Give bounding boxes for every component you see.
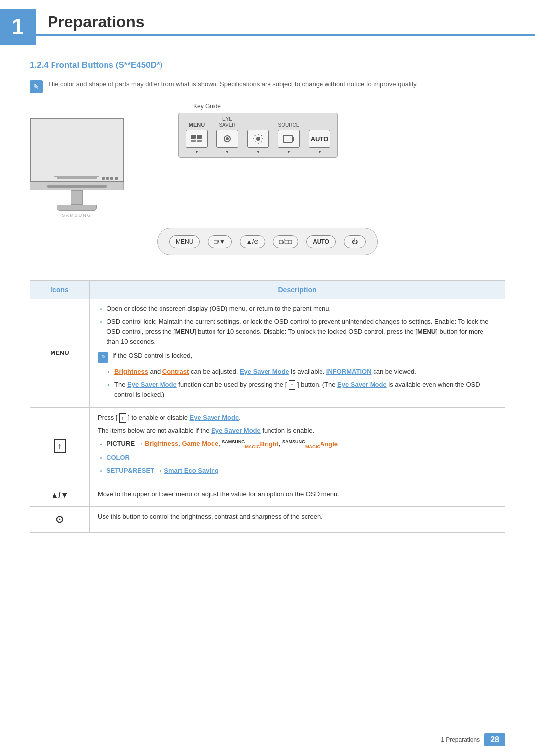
menu-desc-list: Open or close the onscreen display (OSD)… <box>98 304 497 347</box>
monitor-brand-label: SAMSUNG <box>30 213 124 218</box>
footer-page-number: 28 <box>484 733 505 746</box>
icon-cell-menu: MENU <box>30 299 90 408</box>
table-note-osd: If the OSD control is locked, <box>98 351 497 363</box>
svg-rect-15 <box>283 135 292 142</box>
kg-item-source: SOURCE ▼ <box>278 122 300 154</box>
osd-locked-item-1: Brightness and Contrast can be adjusted.… <box>114 367 497 377</box>
icon-cell-updown: ▲/▼ <box>30 484 90 507</box>
note-icon <box>30 80 43 93</box>
samsung-magic-sup-1: SAMSUNG <box>222 439 245 444</box>
kg-brightness-label <box>258 122 259 128</box>
monitor-drawing: SAMSUNG <box>30 118 124 218</box>
eye-saver-link-2: Eye Saver Mode <box>127 381 177 388</box>
svg-line-14 <box>255 142 256 143</box>
eye-saver-link-3: Eye Saver Mode <box>337 381 387 388</box>
page-footer: 1 Preparations 28 <box>441 733 505 746</box>
eye-saver-item-setup: SETUP&RESET → Smart Eco Saving <box>107 466 497 476</box>
table-header-icons: Icons <box>30 281 90 299</box>
note-text: The color and shape of parts may differ … <box>48 79 418 89</box>
svg-line-11 <box>255 135 256 136</box>
game-mode-link: Game Mode <box>182 440 218 448</box>
samsung-magic-sup-2: SAMSUNG <box>282 439 305 444</box>
magic-angle-link: MAGICAngle <box>305 440 338 448</box>
desc-cell-circle: Use this button to control the brightnes… <box>90 507 505 533</box>
key-guide-wrapper: MENU ▼ EYESAVER <box>144 113 338 160</box>
eye-saver-desc-2: The items below are not available if the… <box>98 426 497 436</box>
fb-auto: AUTO <box>306 235 336 248</box>
updown-icon: ▲/▼ <box>51 491 68 499</box>
chapter-banner: 1 Preparations <box>0 0 535 45</box>
kg-source-arrow: ▼ <box>286 149 291 154</box>
desc-cell-updown: Move to the upper or lower menu or adjus… <box>90 484 505 507</box>
kg-menu-arrow: ▼ <box>194 149 199 154</box>
main-content: 1.2.4 Frontal Buttons (S**E450D*) The co… <box>0 60 535 562</box>
chapter-title: Preparations <box>48 13 145 31</box>
svg-line-13 <box>261 135 262 136</box>
front-buttons-strip: MENU □/▼ ▲/⊙ □/□□ AUTO ⏻ <box>157 228 378 255</box>
eye-saver-items-list: PICTURE → Brightness, Game Mode, SAMSUNG… <box>98 439 497 476</box>
dashed-connectors <box>144 121 173 160</box>
chapter-title-area: Preparations <box>36 9 535 36</box>
table-note-icon <box>98 352 108 363</box>
monitor-stand-neck <box>71 190 83 205</box>
circle-desc: Use this button to control the brightnes… <box>98 512 497 522</box>
monitor-screen <box>30 118 124 182</box>
eye-saver-icon: ↑ <box>54 439 66 453</box>
menu-desc-item-2: OSD control lock: Maintain the current s… <box>107 317 497 347</box>
circle-icon: ⊙ <box>55 514 64 525</box>
svg-rect-1 <box>197 135 202 139</box>
eye-saver-mode-bold-2: Eye Saver Mode <box>211 427 261 434</box>
kg-button-menu <box>186 130 208 148</box>
kg-source-label: SOURCE <box>278 122 300 128</box>
kg-item-menu: MENU ▼ <box>186 122 208 154</box>
fb-menu: MENU <box>169 235 200 248</box>
svg-rect-0 <box>191 135 196 139</box>
kg-button-auto: AUTO <box>309 130 330 148</box>
fb-square-down: □/▼ <box>208 235 231 248</box>
kg-auto-label <box>319 122 321 128</box>
eye-saver-mode-bold: Eye Saver Mode <box>190 414 239 421</box>
kg-item-brightness: ▼ <box>247 122 269 154</box>
eye-saver-item-color: COLOR <box>107 453 497 463</box>
note-box: The color and shape of parts may differ … <box>30 79 505 93</box>
icon-cell-circle: ⊙ <box>30 507 90 533</box>
information-link: INFORMATION <box>326 368 372 375</box>
table-row-circle: ⊙ Use this button to control the brightn… <box>30 507 505 533</box>
desc-cell-menu: Open or close the onscreen display (OSD)… <box>90 299 505 408</box>
illustration-area: SAMSUNG Key Guide MENU <box>30 103 505 218</box>
osd-locked-item-2: The Eye Saver Mode function can be used … <box>114 380 497 400</box>
table-row-eye-saver: ↑ Press [ ↑ ] to enable or disable Eye S… <box>30 407 505 484</box>
kg-menu-label: MENU <box>189 122 205 128</box>
svg-point-5 <box>226 137 229 140</box>
updown-desc: Move to the upper or lower menu or adjus… <box>98 489 497 499</box>
upward-arrow-icon: ↑ <box>289 380 296 390</box>
kg-button-source <box>278 130 300 148</box>
kg-item-auto: AUTO ▼ <box>309 122 330 154</box>
fb-up-circle: ▲/⊙ <box>240 235 265 248</box>
monitor-bezel <box>30 182 124 190</box>
kg-eye-arrow: ▼ <box>225 149 230 154</box>
chapter-number-box: 1 <box>0 9 36 45</box>
eye-saver-link-1: Eye Saver Mode <box>240 368 289 375</box>
svg-point-6 <box>256 137 260 141</box>
kg-auto-arrow: ▼ <box>317 149 322 154</box>
desc-cell-eye-saver: Press [ ↑ ] to enable or disable Eye Sav… <box>90 407 505 484</box>
key-guide-section: Key Guide MENU <box>144 103 505 160</box>
kg-eye-label: EYESAVER <box>219 116 235 128</box>
brightness-link: Brightness <box>114 368 148 375</box>
kg-brightness-arrow: ▼ <box>256 149 261 154</box>
menu-desc-item-1: Open or close the onscreen display (OSD)… <box>107 304 497 314</box>
chapter-number: 1 <box>12 14 24 39</box>
smart-eco-link: Smart Eco Saving <box>164 467 219 474</box>
menu-icon-label: MENU <box>50 349 69 356</box>
setup-reset-text: SETUP&RESET <box>107 467 154 474</box>
eye-saver-desc-1: Press [ ↑ ] to enable or disable Eye Sav… <box>98 413 497 423</box>
icon-cell-eye-saver: ↑ <box>30 407 90 484</box>
table-row-updown: ▲/▼ Move to the upper or lower menu or a… <box>30 484 505 507</box>
upward-icon-inline: ↑ <box>119 413 126 423</box>
monitor-stand-base <box>57 205 97 211</box>
kg-button-brightness <box>247 130 269 148</box>
table-row-menu: MENU Open or close the onscreen display … <box>30 299 505 408</box>
fb-square-square: □/□□ <box>273 235 298 248</box>
table-header-description: Description <box>90 281 505 299</box>
